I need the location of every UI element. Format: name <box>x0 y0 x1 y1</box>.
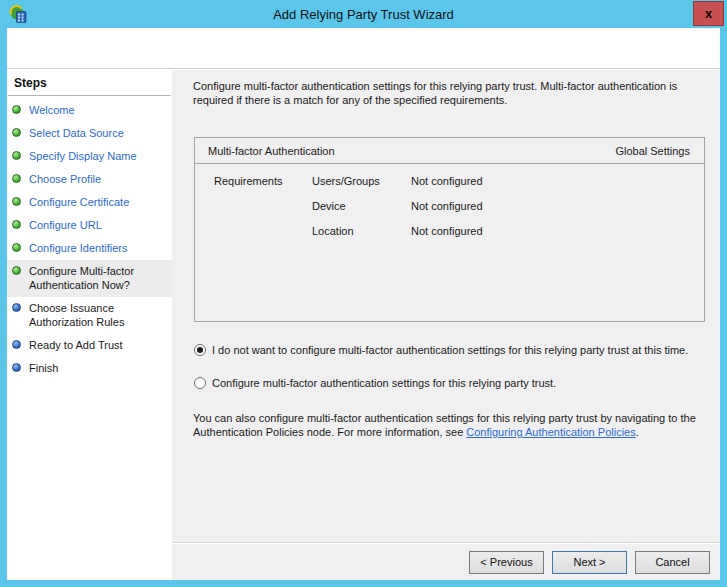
previous-button[interactable]: < Previous <box>469 551 544 574</box>
mfa-settings-table: Multi-factor Authentication Global Setti… <box>194 137 705 322</box>
radio-unselected-icon[interactable] <box>194 377 206 389</box>
sidebar-step-select-data-source[interactable]: Select Data Source <box>7 122 172 145</box>
global-settings-label: Global Settings <box>615 145 690 157</box>
sidebar-step-configure-url[interactable]: Configure URL <box>7 214 172 237</box>
table-row-location: Location Not configured <box>195 225 704 250</box>
window-title: Add Relying Party Trust Wizard <box>0 7 727 22</box>
steps-list: Welcome Select Data Source Specify Displ… <box>7 96 172 380</box>
radio-selected-icon[interactable] <box>194 344 206 356</box>
mfa-intro-text: Configure multi-factor authentication se… <box>193 79 705 107</box>
mfa-table-body: Requirements Users/Groups Not configured… <box>195 164 704 250</box>
table-row-users-groups: Requirements Users/Groups Not configured <box>195 175 704 200</box>
radio-label: Configure multi-factor authentication se… <box>212 377 556 390</box>
add-relying-party-trust-wizard-window: { "window": { "title": "Add Relying Part… <box>0 0 727 587</box>
radio-label: I do not want to configure multi-factor … <box>212 344 688 357</box>
step-done-icon <box>12 243 21 252</box>
footnote: You can also configure multi-factor auth… <box>193 411 709 439</box>
sidebar-step-configure-mfa-now[interactable]: Configure Multi-factor Authentication No… <box>7 260 172 297</box>
button-bar: < Previous Next > Cancel <box>172 543 720 580</box>
step-done-icon <box>12 174 21 183</box>
steps-sidebar: Steps Welcome Select Data Source Specify… <box>7 70 172 580</box>
radio-option-do-not-configure-mfa[interactable]: I do not want to configure multi-factor … <box>194 344 688 357</box>
requirements-label: Requirements <box>214 175 312 187</box>
steps-header: Steps <box>8 70 171 96</box>
requirement-name: Device <box>312 200 411 212</box>
footnote-period: . <box>636 426 639 438</box>
titlebar: Add Relying Party Trust Wizard x <box>0 0 727 28</box>
sidebar-step-choose-issuance-authorization-rules: Choose Issuance Authorization Rules <box>7 297 172 334</box>
mfa-table-header: Multi-factor Authentication Global Setti… <box>195 138 704 164</box>
content-panel: Configure multi-factor authentication se… <box>172 70 720 580</box>
requirement-name: Users/Groups <box>312 175 411 187</box>
requirement-value: Not configured <box>411 225 704 237</box>
step-done-icon <box>12 151 21 160</box>
sidebar-step-specify-display-name[interactable]: Specify Display Name <box>7 145 172 168</box>
sidebar-step-choose-profile[interactable]: Choose Profile <box>7 168 172 191</box>
step-done-icon <box>12 128 21 137</box>
wizard-dialog: Steps Welcome Select Data Source Specify… <box>7 28 720 580</box>
step-done-icon <box>12 220 21 229</box>
wizard-header-strip <box>7 28 720 69</box>
configuring-authentication-policies-link[interactable]: Configuring Authentication Policies <box>466 426 635 438</box>
step-upcoming-icon <box>12 363 21 372</box>
requirement-name: Location <box>312 225 411 237</box>
step-done-icon <box>12 197 21 206</box>
step-done-icon <box>12 105 21 114</box>
cancel-button[interactable]: Cancel <box>635 551 710 574</box>
sidebar-step-configure-certificate[interactable]: Configure Certificate <box>7 191 172 214</box>
sidebar-step-welcome[interactable]: Welcome <box>7 99 172 122</box>
requirement-value: Not configured <box>411 175 704 187</box>
mfa-table-title: Multi-factor Authentication <box>208 145 335 157</box>
sidebar-step-configure-identifiers[interactable]: Configure Identifiers <box>7 237 172 260</box>
requirement-value: Not configured <box>411 200 704 212</box>
step-upcoming-icon <box>12 303 21 312</box>
sidebar-step-finish: Finish <box>7 357 172 380</box>
radio-option-configure-mfa[interactable]: Configure multi-factor authentication se… <box>194 377 556 390</box>
sidebar-step-ready-to-add-trust: Ready to Add Trust <box>7 334 172 357</box>
table-row-device: Device Not configured <box>195 200 704 225</box>
step-current-icon <box>12 266 21 275</box>
step-upcoming-icon <box>12 340 21 349</box>
close-button[interactable]: x <box>693 1 724 26</box>
close-icon: x <box>705 6 712 21</box>
next-button[interactable]: Next > <box>552 551 627 574</box>
